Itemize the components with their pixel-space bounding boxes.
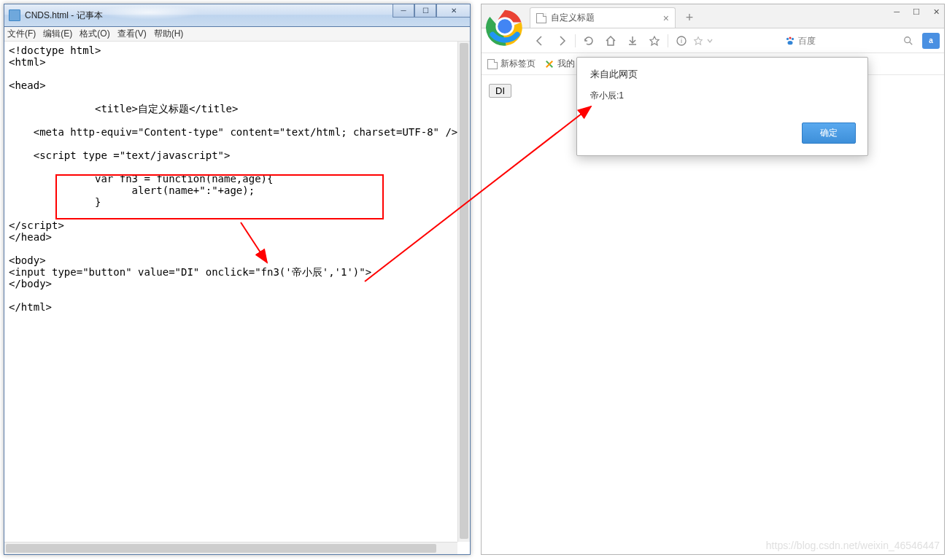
star-outline-icon[interactable] (693, 36, 703, 46)
browser-tab[interactable]: 自定义标题 × (530, 7, 676, 28)
browser-logo-icon (483, 6, 527, 50)
browser-maximize-button[interactable]: ☐ (913, 7, 920, 17)
search-input[interactable] (798, 36, 900, 46)
download-button[interactable] (622, 31, 643, 51)
window-controls: ─ ☐ ✕ (393, 4, 470, 19)
browser-tabbar: 自定义标题 × + ─ ☐ ✕ (482, 4, 944, 28)
browser-window-controls: ─ ☐ ✕ (894, 7, 940, 17)
search-box: a (785, 33, 944, 49)
menu-format[interactable]: 格式(O) (80, 28, 109, 40)
svg-point-5 (786, 37, 789, 39)
browser-toolbar: i a (482, 28, 944, 53)
scrollbar-horizontal[interactable] (4, 542, 457, 554)
home-button[interactable] (600, 31, 621, 51)
back-button[interactable] (530, 31, 550, 51)
browser-minimize-button[interactable]: ─ (894, 7, 900, 17)
notepad-app-icon (9, 9, 20, 21)
info-button[interactable]: i (671, 31, 692, 51)
translate-button[interactable]: a (922, 33, 940, 49)
baidu-paw-icon (785, 36, 795, 46)
notepad-window: CNDS.html - 记事本 ─ ☐ ✕ 文件(F) 编辑(E) 格式(O) … (4, 4, 471, 555)
notepad-title: CNDS.html - 记事本 (25, 9, 103, 22)
alert-ok-button[interactable]: 确定 (802, 122, 856, 144)
x-color-icon (544, 59, 554, 69)
tab-close-icon[interactable]: × (663, 12, 669, 24)
notepad-menubar: 文件(F) 编辑(E) 格式(O) 查看(V) 帮助(H) (4, 27, 470, 42)
file-icon (487, 59, 498, 69)
scrollbar-vertical[interactable] (457, 42, 470, 542)
bookmark-newtab[interactable]: 新标签页 (487, 58, 536, 70)
tab-title: 自定义标题 (551, 12, 595, 24)
alert-message: 帝小辰:1 (577, 85, 867, 115)
reload-button[interactable] (579, 31, 599, 51)
menu-file[interactable]: 文件(F) (7, 28, 36, 40)
search-icon[interactable] (903, 36, 913, 46)
notepad-content[interactable]: <!doctype html> <html> <head> <title>自定义… (4, 42, 470, 552)
svg-point-9 (905, 36, 911, 42)
maximize-button[interactable]: ☐ (414, 4, 436, 18)
new-tab-button[interactable]: + (681, 9, 697, 26)
browser-close-button[interactable]: ✕ (933, 7, 940, 17)
favorite-button[interactable] (644, 31, 665, 51)
menu-edit[interactable]: 编辑(E) (43, 28, 72, 40)
svg-point-8 (788, 41, 793, 44)
svg-text:i: i (681, 37, 682, 44)
file-icon (536, 13, 546, 23)
watermark: https://blog.csdn.net/weixin_46546447 (766, 540, 940, 551)
address-bar-area[interactable] (693, 36, 714, 46)
minimize-button[interactable]: ─ (393, 4, 414, 18)
menu-help[interactable]: 帮助(H) (154, 28, 184, 40)
chevron-down-icon[interactable] (706, 37, 714, 44)
notepad-titlebar[interactable]: CNDS.html - 记事本 ─ ☐ ✕ (4, 4, 470, 27)
alert-dialog: 来自此网页 帝小辰:1 确定 (576, 57, 868, 156)
di-button[interactable] (489, 84, 511, 98)
close-button[interactable]: ✕ (436, 4, 470, 18)
svg-point-6 (789, 36, 791, 39)
alert-header: 来自此网页 (577, 58, 867, 85)
bookmark-mine[interactable]: 我的 (544, 58, 575, 70)
menu-view[interactable]: 查看(V) (117, 28, 147, 40)
browser-window: 自定义标题 × + ─ ☐ ✕ i a 新标 (481, 4, 945, 555)
forward-button[interactable] (552, 31, 572, 51)
svg-point-7 (792, 37, 794, 39)
